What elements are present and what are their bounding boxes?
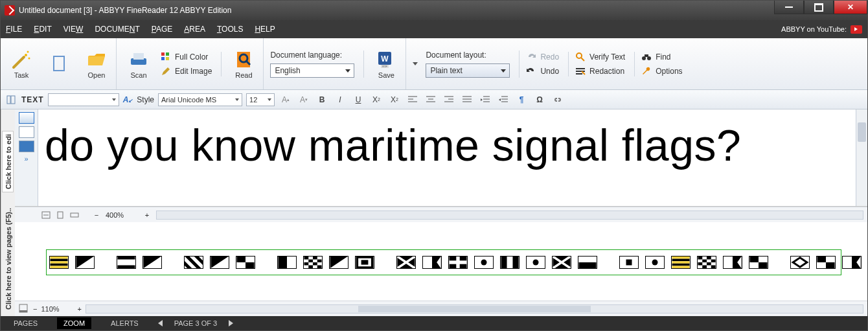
read-button[interactable]: Read — [228, 38, 264, 89]
indent-increase-button[interactable] — [496, 93, 510, 107]
menu-page[interactable]: PAGE — [152, 25, 172, 34]
signal-flag-t — [500, 256, 520, 269]
svg-rect-90 — [702, 260, 707, 263]
verify-text-button[interactable]: Verify Text — [575, 52, 625, 62]
menu-document[interactable]: DOCUMENT — [95, 25, 139, 34]
maximize-button[interactable] — [804, 1, 834, 14]
edit-tab[interactable]: Click here to edi — [3, 131, 14, 192]
text-vscrollbar[interactable] — [856, 109, 867, 206]
prev-page-button[interactable] — [158, 320, 163, 326]
text-hscrollbar[interactable] — [156, 211, 863, 220]
menu-file[interactable]: FILE — [6, 25, 22, 34]
text-fit-width-icon[interactable] — [41, 210, 51, 220]
superscript-button[interactable]: X2 — [369, 93, 383, 107]
signal-flag-g — [671, 256, 691, 269]
align-center-button[interactable] — [424, 93, 438, 107]
signal-flag-g — [49, 256, 69, 269]
full-color-button[interactable]: Full Color — [161, 52, 212, 62]
underline-button[interactable]: U — [351, 93, 365, 107]
svg-rect-28 — [58, 212, 63, 218]
text-actual-size-icon[interactable] — [69, 210, 80, 220]
minimize-button[interactable] — [774, 1, 804, 14]
status-tab-pages[interactable]: PAGES — [7, 317, 44, 329]
symbol-button[interactable]: Ω — [532, 93, 547, 107]
image-zoom-in-button[interactable]: + — [77, 305, 81, 313]
text-zoom-dropdown[interactable]: 400% — [106, 211, 138, 219]
menu-area[interactable]: AREA — [184, 25, 205, 34]
font-size-dropdown[interactable]: 12 — [246, 93, 275, 106]
align-right-button[interactable] — [442, 93, 456, 107]
text-zoom-in-button[interactable]: + — [142, 210, 152, 220]
app-window: Untitled document [3] - ABBYY FineReader… — [0, 0, 868, 331]
image-zoom-out-button[interactable]: − — [33, 305, 37, 313]
align-left-button[interactable] — [405, 93, 420, 107]
signal-flag-d — [117, 256, 136, 269]
svg-text:W: W — [382, 54, 389, 63]
scan-button[interactable]: Scan — [123, 38, 154, 89]
signal-flag-i — [645, 256, 665, 269]
app-icon — [5, 5, 15, 16]
doc-language-dropdown[interactable]: English — [270, 63, 354, 78]
text-zoom-out-button[interactable]: − — [91, 210, 102, 220]
style-name-dropdown[interactable] — [48, 93, 119, 106]
svg-rect-25 — [7, 96, 10, 104]
undo-button[interactable]: Undo — [526, 66, 559, 76]
layout-view-2[interactable] — [19, 126, 34, 138]
svg-rect-100 — [759, 262, 768, 268]
menu-edit[interactable]: EDIT — [34, 25, 51, 34]
subscript-button[interactable]: X2 — [387, 93, 402, 107]
close-button[interactable] — [834, 1, 867, 14]
new-doc-button[interactable] — [43, 38, 74, 89]
image-props-icon[interactable] — [19, 304, 29, 314]
redaction-button[interactable]: Redaction — [575, 66, 625, 76]
svg-rect-76 — [579, 262, 597, 268]
svg-rect-88 — [698, 257, 703, 260]
font-dropdown[interactable]: Arial Unicode MS — [158, 93, 242, 106]
save-dropdown-arrow[interactable] — [413, 62, 418, 65]
signal-flag-u — [236, 256, 255, 269]
grow-font-button[interactable]: A▴ — [279, 93, 293, 107]
svg-rect-70 — [501, 257, 507, 268]
status-tab-alerts[interactable]: ALERTS — [104, 317, 145, 329]
shrink-font-button[interactable]: A▾ — [297, 93, 311, 107]
edit-image-button[interactable]: Edit Image — [161, 66, 212, 76]
image-hscrollbar[interactable] — [86, 304, 863, 314]
find-button[interactable]: Find — [641, 52, 682, 62]
menu-view[interactable]: VIEW — [63, 25, 84, 34]
indent-decrease-button[interactable] — [478, 93, 492, 107]
link-button[interactable] — [551, 93, 565, 107]
doc-layout-dropdown[interactable]: Plain text — [426, 63, 510, 78]
italic-button[interactable]: I — [333, 93, 347, 107]
panel-toggle-icon[interactable] — [5, 95, 17, 104]
menu-tools[interactable]: TOOLS — [217, 25, 243, 34]
svg-rect-103 — [817, 257, 827, 262]
signal-flag-m — [552, 256, 571, 269]
options-button[interactable]: Options — [641, 66, 682, 76]
svg-rect-55 — [308, 266, 313, 269]
paragraph-button[interactable]: ¶ — [514, 93, 529, 107]
recognized-text-area[interactable]: ? — [46, 249, 841, 275]
bold-button[interactable]: B — [315, 93, 329, 107]
task-button[interactable]: Task — [6, 38, 37, 89]
view-pages-tab[interactable]: Click here to view pages (F5).. — [3, 205, 14, 312]
signal-flag-i — [526, 256, 545, 269]
image-zoom-dropdown[interactable]: 110% — [41, 305, 73, 313]
youtube-link[interactable]: ABBYY on YouTube: — [781, 25, 862, 34]
text-editor[interactable]: do you know maritime signal flags? — [38, 109, 856, 206]
layout-view-1[interactable] — [19, 112, 34, 124]
menu-help[interactable]: HELP — [255, 25, 275, 34]
layout-view-3[interactable] — [19, 141, 34, 152]
text-fit-page-icon[interactable] — [55, 210, 65, 220]
status-tab-zoom[interactable]: ZOOM — [57, 317, 91, 329]
align-justify-button[interactable] — [460, 93, 474, 107]
redo-button[interactable]: Redo — [526, 52, 559, 62]
svg-rect-105 — [843, 257, 852, 268]
more-views-icon[interactable]: » — [24, 155, 28, 163]
window-title: Untitled document [3] - ABBYY FineReader… — [19, 6, 231, 15]
image-viewer[interactable]: ? — [15, 222, 867, 301]
save-button[interactable]: WRTF Save — [371, 38, 406, 89]
open-button[interactable]: Open — [81, 38, 117, 89]
svg-line-18 — [581, 58, 584, 61]
signal-flag-y — [184, 256, 203, 269]
next-page-button[interactable] — [229, 320, 233, 326]
